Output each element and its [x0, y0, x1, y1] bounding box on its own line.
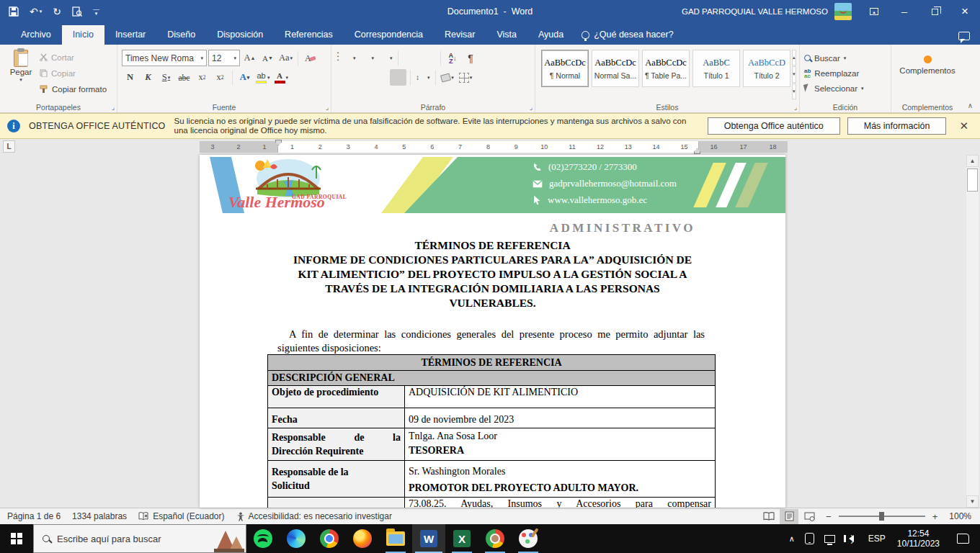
start-button[interactable] [0, 524, 33, 553]
account-avatar[interactable] [834, 3, 852, 20]
styles-scroll-down-icon[interactable]: ▾ [792, 66, 796, 82]
show-marks-icon[interactable]: ¶ [463, 50, 479, 66]
text-effects-icon[interactable]: A [236, 69, 253, 86]
print-preview-icon[interactable] [72, 6, 82, 17]
taskbar-app-edge[interactable] [280, 524, 313, 553]
table-label-cell[interactable]: Partida Presupuestaria [268, 498, 405, 508]
italic-button[interactable]: K [140, 69, 156, 86]
learn-more-button[interactable]: Más información [847, 117, 947, 135]
taskbar-app-chrome[interactable] [313, 524, 346, 553]
taskbar-app-file-explorer[interactable] [379, 524, 412, 553]
close-button[interactable]: × [950, 0, 980, 23]
proofing-status[interactable]: Español (Ecuador) [133, 511, 230, 521]
align-center-icon[interactable] [354, 69, 370, 86]
scroll-down-icon[interactable]: ▼ [966, 495, 979, 508]
tray-device-icon[interactable] [800, 524, 819, 553]
table-header-cell[interactable]: TÉRMINOS DE REFERENCIA [268, 355, 715, 370]
tab-insertar[interactable]: Insertar [104, 25, 156, 45]
taskbar-app-chrome-profile[interactable] [478, 524, 512, 553]
styles-dialog-launcher-icon[interactable]: ⌟ [794, 104, 797, 111]
decrease-indent-icon[interactable] [402, 50, 419, 66]
zoom-slider-thumb[interactable] [879, 512, 884, 521]
addins-button[interactable]: Complementos [896, 48, 959, 75]
shrink-font-icon[interactable]: A▼ [259, 50, 276, 66]
align-right-icon[interactable] [372, 69, 388, 86]
multilevel-list-icon[interactable] [377, 50, 394, 66]
zoom-out-icon[interactable]: − [820, 511, 837, 522]
font-size-select[interactable]: 12▾ [208, 50, 240, 66]
tab-diseño[interactable]: Diseño [156, 25, 206, 45]
copy-button[interactable]: Copiar [37, 66, 109, 81]
zoom-in-icon[interactable]: + [927, 511, 944, 522]
paste-button[interactable]: Pegar ▾ [4, 48, 37, 101]
table-subheader-row[interactable]: DESCRIPCIÓN GENERAL [268, 371, 715, 386]
word-count[interactable]: 1334 palabras [66, 511, 133, 521]
network-icon[interactable] [819, 524, 840, 553]
scrollbar-thumb[interactable] [967, 168, 978, 192]
table-value-cell[interactable]: Sr. Washington MoralesPROMOTOR DEL PROYE… [405, 461, 715, 497]
zoom-percentage[interactable]: 100% [945, 511, 979, 521]
web-layout-icon[interactable] [800, 509, 819, 524]
paragraph-dialog-launcher-icon[interactable]: ⌟ [530, 104, 533, 111]
table-header-row[interactable]: TÉRMINOS DE REFERENCIA [268, 355, 715, 371]
taskbar-app-firefox[interactable] [346, 524, 379, 553]
undo-dropdown-icon[interactable]: ▾ [40, 9, 43, 14]
customize-qat-icon[interactable]: —▾ [93, 8, 99, 15]
style-item-4[interactable]: AaBbCTítulo 1 [692, 50, 740, 87]
table-label-cell[interactable]: Fecha [268, 408, 405, 428]
zoom-slider[interactable] [839, 516, 925, 517]
font-family-select[interactable]: Times New Roma▾ [122, 50, 207, 66]
shading-icon[interactable] [440, 69, 456, 86]
tell-me-box[interactable]: ¿Qué desea hacer? [574, 25, 681, 45]
vertical-scrollbar[interactable]: ▲ ▼ [966, 155, 979, 508]
subscript-button[interactable]: x2 [194, 69, 210, 86]
intro-paragraph[interactable]: A fin de determinar las condiciones gene… [277, 328, 705, 355]
document-page[interactable]: (02)2773220 / 2773300 gadprvallehermoso@… [200, 155, 785, 508]
tab-archivo[interactable]: Archivo [10, 25, 62, 45]
grow-font-icon[interactable]: A▲ [241, 50, 258, 66]
change-case-icon[interactable]: Aa [277, 50, 294, 66]
highlight-color-icon[interactable]: ab [254, 69, 272, 86]
get-genuine-office-button[interactable]: Obtenga Office auténtico [708, 117, 840, 135]
justify-icon[interactable] [390, 69, 406, 86]
document-title[interactable]: TÉRMINOS DE REFERENCIAINFORME DE CONDICI… [257, 238, 728, 310]
cut-button[interactable]: Cortar [37, 50, 109, 65]
styles-scroll-up-icon[interactable]: ▴ [792, 50, 796, 66]
numbering-icon[interactable] [359, 50, 376, 66]
taskbar-app-spotify[interactable] [246, 524, 280, 553]
search-highlight-image[interactable] [214, 528, 244, 552]
table-subheader-cell[interactable]: DESCRIPCIÓN GENERAL [268, 371, 715, 385]
feedback-icon[interactable] [958, 32, 970, 40]
accessibility-status[interactable]: Accesibilidad: es necesario investigar [231, 511, 398, 521]
style-item-3[interactable]: AaBbCcDc¶ Table Pa... [642, 50, 690, 87]
table-value-cell[interactable]: 73.08.25. Ayudas, Insumos y Accesorios p… [405, 498, 715, 508]
taskbar-app-excel[interactable]: X [445, 524, 478, 553]
replace-button[interactable]: abac Reemplazar [804, 66, 886, 81]
undo-icon[interactable]: ↶▾ [30, 6, 42, 17]
print-layout-icon[interactable] [780, 509, 798, 524]
minimize-button[interactable]: – [889, 0, 919, 23]
increase-indent-icon[interactable] [420, 50, 437, 66]
tab-vista[interactable]: Vista [486, 25, 527, 45]
tab-stop-selector[interactable]: L [3, 140, 15, 153]
bullets-icon[interactable] [336, 50, 357, 66]
strikethrough-button[interactable]: abc [176, 69, 192, 86]
clear-formatting-icon[interactable]: A [302, 50, 318, 66]
borders-icon[interactable] [458, 69, 474, 86]
table-label-cell[interactable]: Objeto de procedimiento [268, 386, 405, 408]
underline-button[interactable]: S [158, 69, 174, 86]
warning-close-icon[interactable]: ✕ [955, 120, 973, 132]
read-mode-icon[interactable] [760, 509, 778, 524]
superscript-button[interactable]: x2 [212, 69, 228, 86]
tab-revisar[interactable]: Revisar [434, 25, 486, 45]
tab-referencias[interactable]: Referencias [274, 25, 344, 45]
redo-icon[interactable]: ↻ [53, 6, 61, 17]
line-spacing-icon[interactable]: ↕ [414, 69, 432, 86]
collapse-ribbon-icon[interactable]: ∧ [968, 102, 973, 109]
font-color-icon[interactable]: A [273, 69, 290, 86]
style-item-2[interactable]: AaBbCcDcNormal Sa... [592, 50, 639, 87]
bold-button[interactable]: N [122, 69, 138, 86]
style-item-1[interactable]: AaBbCcDc¶ Normal [541, 50, 589, 87]
page-indicator[interactable]: Página 1 de 6 [1, 511, 66, 521]
select-button[interactable]: Seleccionar▾ [804, 81, 886, 96]
